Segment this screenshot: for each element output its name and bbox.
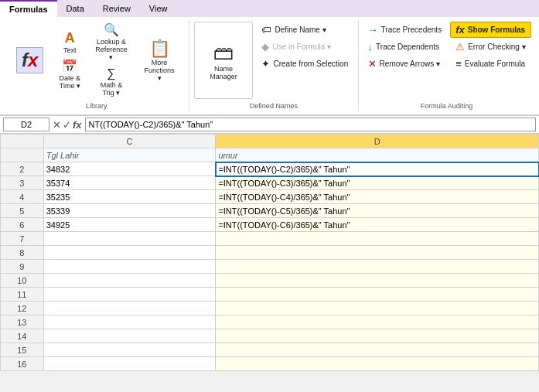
math-trig-button[interactable]: ∑ Math &Trig ▾ bbox=[89, 65, 133, 99]
tab-data[interactable]: Data bbox=[57, 0, 94, 17]
cell-d[interactable] bbox=[216, 260, 539, 274]
name-manager-icon: 🗃 bbox=[213, 41, 234, 65]
insert-function-icon[interactable]: fx bbox=[73, 119, 82, 131]
cell-d[interactable] bbox=[216, 302, 539, 315]
error-checking-button[interactable]: ⚠ Error Checking ▾ bbox=[450, 39, 530, 55]
cell-reference-input[interactable] bbox=[3, 118, 49, 131]
text-icon: A bbox=[65, 31, 75, 45]
cell-d[interactable]: =INT((TODAY()-C4)/365)&" Tahun" bbox=[216, 190, 539, 204]
cell-d[interactable] bbox=[216, 343, 539, 357]
function-lib-small-btns: A Text 📅 Date &Time ▾ bbox=[52, 29, 87, 92]
cell-c[interactable] bbox=[43, 302, 216, 315]
trace-dependents-label: Trace Dependents bbox=[376, 43, 439, 51]
row-number: 8 bbox=[1, 246, 44, 260]
cell-d[interactable] bbox=[216, 357, 539, 371]
spreadsheet: C D Tgl Lahirumur234832=INT((TODAY()-C2)… bbox=[0, 134, 539, 371]
col-header-d[interactable]: D bbox=[216, 135, 539, 148]
row-number: 5 bbox=[1, 204, 44, 218]
create-from-selection-label: Create from Selection bbox=[273, 60, 348, 68]
create-from-selection-button[interactable]: ✦ Create from Selection bbox=[256, 56, 353, 72]
tab-review[interactable]: Review bbox=[94, 0, 140, 17]
insert-function-button[interactable]: fx bbox=[9, 43, 50, 77]
formula-input[interactable] bbox=[85, 118, 536, 131]
cell-c[interactable]: 35374 bbox=[43, 176, 216, 190]
trace-dependents-button[interactable]: ↓ Trace Dependents bbox=[363, 39, 448, 55]
formula-icon: ◆ bbox=[261, 41, 269, 53]
row-number: 2 bbox=[1, 162, 44, 176]
cell-c[interactable] bbox=[43, 246, 216, 260]
cell-d[interactable] bbox=[216, 329, 539, 343]
remove-arrows-button[interactable]: ✕ Remove Arrows ▾ bbox=[363, 56, 448, 72]
trace-precedents-icon: → bbox=[368, 24, 378, 36]
cell-d[interactable]: =INT((TODAY()-C6)/365)&" Tahun" bbox=[216, 218, 539, 232]
cell-d[interactable] bbox=[216, 288, 539, 302]
more-functions-button[interactable]: 📋 MoreFunctions ▾ bbox=[135, 35, 184, 86]
cell-d[interactable]: umur bbox=[216, 148, 539, 162]
define-names-stack: 🏷 Define Name ▾ ◆ Use in Formula ▾ ✦ Cre… bbox=[256, 22, 353, 99]
table-row: 335374=INT((TODAY()-C3)/365)&" Tahun" bbox=[1, 176, 539, 190]
confirm-icon[interactable]: ✓ bbox=[63, 119, 71, 131]
table-row: 14 bbox=[1, 329, 539, 343]
define-name-label: Define Name ▾ bbox=[275, 26, 326, 34]
remove-arrows-icon: ✕ bbox=[368, 58, 377, 70]
lookup-icon: 🔍 bbox=[104, 24, 119, 36]
cell-c[interactable] bbox=[43, 357, 216, 371]
table-row: 535339=INT((TODAY()-C5)/365)&" Tahun" bbox=[1, 204, 539, 218]
lookup-label: Lookup &Reference ▾ bbox=[93, 38, 129, 61]
evaluate-formula-label: Evaluate Formula bbox=[465, 60, 525, 68]
row-number: 6 bbox=[1, 218, 44, 232]
formula-auditing-label: Formula Auditing bbox=[421, 99, 473, 110]
cell-c[interactable] bbox=[43, 232, 216, 246]
cell-c[interactable] bbox=[43, 329, 216, 343]
tab-formulas[interactable]: Formulas bbox=[0, 0, 57, 17]
formula-auditing-content: → Trace Precedents ↓ Trace Dependents ✕ … bbox=[363, 22, 531, 99]
error-checking-icon: ⚠ bbox=[455, 41, 465, 53]
text-label: Text bbox=[63, 46, 77, 54]
cell-c[interactable] bbox=[43, 315, 216, 329]
row-number: 16 bbox=[1, 357, 44, 371]
cell-d[interactable] bbox=[216, 246, 539, 260]
cell-d[interactable] bbox=[216, 232, 539, 246]
trace-precedents-button[interactable]: → Trace Precedents bbox=[363, 22, 448, 38]
table-row: 15 bbox=[1, 343, 539, 357]
row-number: 14 bbox=[1, 329, 44, 343]
row-number: 9 bbox=[1, 260, 44, 274]
evaluate-formula-button[interactable]: ≡ Evaluate Formula bbox=[450, 56, 530, 72]
name-manager-label: Name Manager bbox=[201, 65, 247, 80]
cell-c[interactable]: 34925 bbox=[43, 218, 216, 232]
cell-d[interactable] bbox=[216, 315, 539, 329]
cell-c[interactable]: 35339 bbox=[43, 204, 216, 218]
function-library-group: fx A Text 📅 Date &Time ▾ 🔍 Lookup & bbox=[5, 20, 189, 111]
text-button[interactable]: A Text bbox=[52, 29, 87, 56]
cell-d[interactable] bbox=[216, 274, 539, 288]
table-row: 634925=INT((TODAY()-C6)/365)&" Tahun" bbox=[1, 218, 539, 232]
col-header-c[interactable]: C bbox=[43, 135, 216, 148]
sheet-body: Tgl Lahirumur234832=INT((TODAY()-C2)/365… bbox=[1, 148, 539, 371]
define-name-button[interactable]: 🏷 Define Name ▾ bbox=[256, 22, 353, 38]
trace-stack: → Trace Precedents ↓ Trace Dependents ✕ … bbox=[363, 22, 448, 99]
show-formulas-button[interactable]: fx Show Formulas bbox=[450, 22, 530, 38]
date-time-button[interactable]: 📅 Date &Time ▾ bbox=[52, 58, 87, 92]
error-checking-label: Error Checking ▾ bbox=[468, 43, 525, 51]
row-number: 7 bbox=[1, 232, 44, 246]
cell-c[interactable]: 35235 bbox=[43, 190, 216, 204]
cell-c[interactable] bbox=[43, 274, 216, 288]
cell-c[interactable] bbox=[43, 288, 216, 302]
cancel-icon[interactable]: ✕ bbox=[53, 119, 61, 131]
name-manager-button[interactable]: 🗃 Name Manager bbox=[194, 22, 254, 99]
create-icon: ✦ bbox=[261, 58, 270, 70]
tag-icon: 🏷 bbox=[261, 24, 271, 36]
cell-c[interactable]: Tgl Lahir bbox=[43, 148, 216, 162]
cell-d[interactable]: =INT((TODAY()-C3)/365)&" Tahun" bbox=[216, 176, 539, 190]
cell-c[interactable] bbox=[43, 343, 216, 357]
cell-d[interactable]: =INT((TODAY()-C2)/365)&" Tahun" bbox=[216, 162, 539, 176]
table-row: 10 bbox=[1, 274, 539, 288]
lookup-reference-button[interactable]: 🔍 Lookup &Reference ▾ bbox=[89, 22, 133, 63]
cell-c[interactable]: 34832 bbox=[43, 162, 216, 176]
cell-d[interactable]: =INT((TODAY()-C5)/365)&" Tahun" bbox=[216, 204, 539, 218]
tab-view[interactable]: View bbox=[140, 0, 177, 17]
defined-names-group: 🗃 Name Manager 🏷 Define Name ▾ ◆ Use in … bbox=[189, 20, 360, 111]
use-in-formula-button[interactable]: ◆ Use in Formula ▾ bbox=[256, 39, 353, 55]
cell-c[interactable] bbox=[43, 260, 216, 274]
table-row: 435235=INT((TODAY()-C4)/365)&" Tahun" bbox=[1, 190, 539, 204]
